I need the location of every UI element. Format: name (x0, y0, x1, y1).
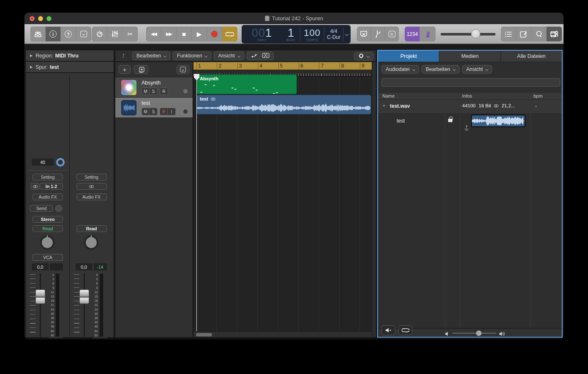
apple-loops-button[interactable] (531, 27, 547, 41)
editors-button[interactable]: ✂ (122, 27, 138, 41)
automation-mode-button[interactable]: Read (33, 225, 63, 232)
pan-knob[interactable] (84, 235, 98, 250)
prelisten-cycle-button[interactable] (398, 325, 412, 335)
prelisten-volume[interactable] (441, 329, 509, 337)
volume-fader[interactable]: 03691215182124303540455060 (30, 273, 66, 337)
peak-value-box[interactable]: -14 (94, 263, 107, 270)
stereo-format-button[interactable] (31, 183, 39, 190)
column-bpm[interactable]: bpm (534, 93, 542, 98)
note-pads-button[interactable] (516, 27, 531, 41)
track-solo-button[interactable]: S (150, 108, 157, 115)
cycle-button[interactable] (222, 27, 237, 41)
playhead[interactable] (196, 74, 197, 331)
input-slot[interactable]: In 1-2 (40, 183, 63, 190)
media-browser-button[interactable] (547, 27, 562, 41)
peak-value-box[interactable] (50, 263, 63, 270)
record-enable-dot[interactable] (183, 109, 188, 114)
horizontal-scrollbar[interactable] (193, 331, 372, 337)
midi-region-absynth[interactable]: Absynth (196, 74, 297, 94)
track-settings-gear-button[interactable] (354, 52, 373, 60)
disclosure-triangle-icon[interactable]: ▼ (382, 104, 386, 108)
solo-button[interactable]: S (385, 27, 399, 41)
volume-thumb[interactable] (476, 330, 482, 336)
track-mute-button[interactable]: M (142, 88, 150, 95)
tuner-button[interactable] (371, 27, 385, 41)
track-name[interactable]: test (142, 100, 150, 106)
count-in-button[interactable]: 1234 (405, 27, 420, 41)
lcd-display[interactable]: 001 TAKT 1 BEAT 100 TEMPO 4/4 C-Dur (242, 25, 351, 44)
quick-help-button[interactable]: ? (61, 27, 76, 41)
lane-grid[interactable] (193, 78, 372, 331)
track-record-button[interactable]: R (160, 108, 168, 115)
track-mute-button[interactable]: M (142, 108, 150, 115)
automation-mode-button[interactable]: Read (76, 225, 107, 232)
lock-icon[interactable] (448, 119, 452, 122)
search-input[interactable] (381, 78, 560, 87)
automation-icon[interactable] (251, 53, 258, 59)
tab-medien[interactable]: Medien (439, 51, 501, 62)
record-button[interactable] (207, 27, 222, 41)
mixer-button[interactable] (107, 27, 122, 41)
menu-bearbeiten[interactable]: Bearbeiten (422, 65, 460, 74)
audio-fx-slot[interactable]: Audio FX (33, 194, 63, 200)
add-track-button[interactable]: + (119, 65, 131, 74)
master-volume-slider[interactable] (441, 30, 495, 37)
send-knob[interactable] (55, 205, 62, 212)
track-header-absynth[interactable]: Absynth M S R (115, 77, 193, 98)
column-name[interactable]: Name (382, 93, 395, 98)
list-editors-button[interactable] (501, 27, 516, 41)
gain-value-box[interactable]: 40 (32, 158, 54, 166)
track-input-monitor-button[interactable]: I (168, 108, 175, 115)
send-slot[interactable]: Send (30, 205, 53, 212)
vca-slot[interactable]: VCA (33, 254, 63, 261)
track-header-test[interactable]: test M S R I (115, 98, 193, 118)
prelisten-button[interactable] (381, 325, 395, 335)
forward-button[interactable]: ▶▶ (161, 27, 177, 41)
metronome-button[interactable] (420, 27, 436, 41)
bar-ruler[interactable]: 123456789 (193, 62, 372, 70)
tab-alle-dateien[interactable]: Alle Dateien (501, 51, 562, 62)
volume-value-box[interactable]: 0,0 (76, 263, 93, 270)
fader-thumb[interactable] (35, 289, 45, 304)
toolbar-toggle-button[interactable] (76, 27, 91, 41)
pan-knob[interactable] (40, 235, 54, 250)
track-inspector-header[interactable]: ▶ Spur: test (26, 62, 114, 73)
menu-bearbeiten[interactable]: Bearbeiten (132, 52, 170, 60)
rewind-button[interactable]: ◀◀ (146, 27, 161, 41)
library-button[interactable] (30, 27, 46, 41)
master-volume-thumb[interactable] (471, 29, 480, 38)
back-arrow-button[interactable]: ⤴ (117, 52, 130, 60)
setting-button[interactable]: Setting (76, 174, 107, 180)
gain-knob[interactable] (56, 158, 65, 167)
flex-icon[interactable] (262, 53, 270, 59)
file-name[interactable]: test.wav (390, 103, 410, 109)
stop-button[interactable]: ■ (177, 27, 192, 41)
volume-value-box[interactable]: 0,0 (32, 263, 49, 270)
inspector-button[interactable]: i (46, 27, 61, 41)
table-header[interactable]: Name Infos bpm (378, 92, 562, 100)
setting-button[interactable]: Setting (33, 174, 63, 180)
track-name[interactable]: Absynth (142, 80, 161, 86)
disclosure-triangle-icon[interactable]: ▶ (30, 65, 33, 69)
vertical-scroll-gutter[interactable] (372, 62, 376, 337)
table-row[interactable]: test (378, 114, 562, 129)
table-row[interactable]: ▼ test.wav 44100 16 Bit 21,2... - (378, 100, 562, 114)
disclosure-triangle-icon[interactable]: ▶ (30, 54, 33, 57)
output-slot[interactable]: Stereo (33, 216, 63, 223)
audio-region-test[interactable]: test (196, 95, 371, 115)
master-mute-button[interactable] (357, 27, 371, 41)
region-waveform-thumbnail[interactable] (471, 115, 525, 127)
region-name[interactable]: test (397, 118, 405, 124)
fader-thumb[interactable] (79, 289, 89, 304)
lcd-mode-chevron-icon[interactable] (343, 25, 350, 44)
smart-controls-button[interactable] (92, 27, 107, 41)
track-header-options-button[interactable] (177, 65, 189, 74)
column-infos[interactable]: Infos (462, 93, 472, 98)
record-enable-dot[interactable] (183, 89, 188, 93)
menu-audiodatei[interactable]: Audiodatei (381, 65, 419, 74)
duplicate-track-button[interactable] (134, 65, 148, 74)
track-record-button[interactable]: R (160, 88, 168, 95)
play-button[interactable]: ▶ (192, 27, 207, 41)
menu-ansicht[interactable]: Ansicht (462, 65, 492, 74)
volume-fader[interactable]: 03691215182124303540455060 (74, 273, 110, 337)
